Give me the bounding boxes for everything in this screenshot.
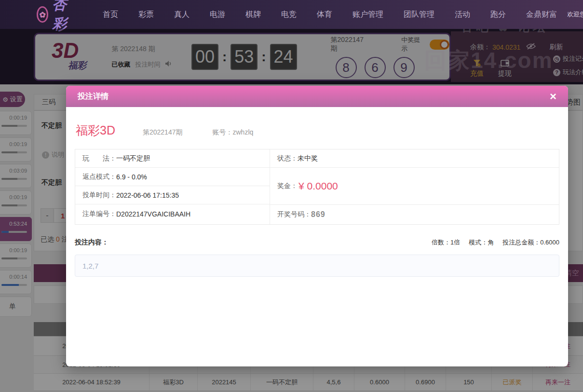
- bet-meta: 倍数：1倍 模式：角 投注总金额：0.6000: [432, 238, 559, 247]
- field-status: 状态： 未中奖: [270, 149, 559, 168]
- nav-item-sports[interactable]: 体育: [307, 0, 342, 29]
- modal-header: 投注详情 ×: [66, 86, 568, 107]
- bet-detail-table: 玩 法： 一码不定胆 返点模式： 6.9 - 0.0% 投单时间： 2022-0…: [75, 149, 559, 225]
- close-icon[interactable]: ×: [550, 91, 556, 102]
- modal-game-name: 福彩3D: [76, 122, 115, 138]
- modal-issue: 第2022147期: [143, 128, 183, 137]
- modal-title: 投注详情: [78, 92, 108, 102]
- draw-number: 869: [311, 210, 325, 219]
- bet-mode: 模式：角: [469, 238, 494, 247]
- nav-item-activity[interactable]: 活动: [445, 0, 480, 29]
- bet-content-label: 投注内容：: [75, 238, 108, 247]
- nav-item-lottery[interactable]: 彩票: [128, 0, 164, 29]
- nav-item-team[interactable]: 团队管理: [393, 0, 445, 29]
- prize-amount: ¥ 0.0000: [298, 180, 338, 192]
- nav-item-home[interactable]: 首页: [93, 0, 128, 29]
- bet-multiple: 倍数：1倍: [432, 238, 460, 247]
- top-navbar: ✿ 杏彩 首页 彩票 真人 电游 棋牌 电竞 体育 账户管理 团队管理 活动 跑…: [0, 0, 583, 29]
- field-draw-number: 开奖号码： 869: [270, 205, 559, 224]
- field-prize: 奖金： ¥ 0.0000: [270, 168, 559, 205]
- field-rebate-mode: 返点模式： 6.9 - 0.0%: [75, 168, 270, 186]
- nav-item-esports[interactable]: 电竞: [271, 0, 307, 29]
- field-order-number: 注单编号： D2022147VGAICIBAAIH: [75, 204, 270, 224]
- modal-account: 账号：zwhzlq: [212, 128, 253, 137]
- logo-flower-icon: ✿: [37, 6, 48, 23]
- nav-item-egames[interactable]: 电游: [200, 0, 235, 29]
- nav-item-paofen[interactable]: 跑分: [480, 0, 516, 29]
- main-nav: 首页 彩票 真人 电游 棋牌 电竞 体育 账户管理 团队管理 活动 跑分 金鼎财…: [93, 0, 567, 29]
- field-play-type: 玩 法： 一码不定胆: [75, 149, 270, 168]
- bet-total: 投注总金额：0.6000: [502, 238, 559, 247]
- field-bet-time: 投单时间： 2022-06-06 17:15:35: [75, 186, 270, 204]
- bet-content-value: 1,2,7: [75, 255, 559, 277]
- welcome-text: 欢迎您，zwhzlq: [567, 10, 583, 19]
- bet-detail-modal: 投注详情 × 福彩3D 第2022147期 账号：zwhzlq 玩 法： 一码不…: [66, 86, 568, 366]
- nav-item-chess[interactable]: 棋牌: [235, 0, 271, 29]
- nav-item-wealth[interactable]: 金鼎财富: [516, 0, 567, 29]
- nav-item-account[interactable]: 账户管理: [342, 0, 393, 29]
- nav-item-live[interactable]: 真人: [164, 0, 200, 29]
